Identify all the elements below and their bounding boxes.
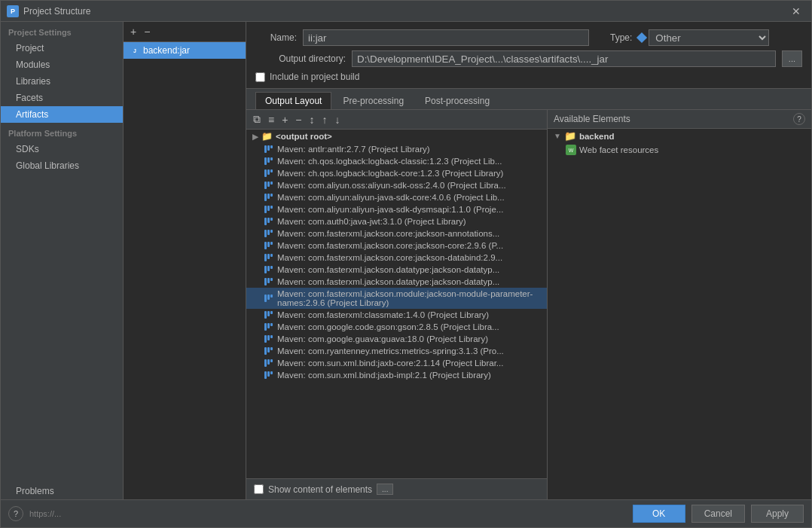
bar-chart-icon [264, 311, 273, 319]
sidebar-item-facets[interactable]: Facets [1, 90, 123, 106]
available-title: Available Elements [554, 114, 789, 124]
tree-toolbar: ⧉ ≡ + − ↕ ↑ ↓ [246, 110, 547, 130]
project-settings-label: Project Settings [1, 22, 123, 40]
up-tree-button[interactable]: ↑ [320, 113, 330, 127]
bar-chart-icon [264, 278, 273, 285]
sidebar-item-global-libraries[interactable]: Global Libraries [1, 157, 123, 174]
name-row: Name: Type: Other JAR WAR [255, 29, 802, 46]
tree-item[interactable]: Maven: com.ryantenney.metrics:metrics-sp… [246, 345, 547, 357]
bar-chart-icon [264, 169, 273, 177]
browse-button[interactable]: ... [782, 50, 802, 67]
type-select[interactable]: Other JAR WAR [649, 29, 769, 46]
include-label[interactable]: Include in project build [270, 72, 359, 82]
artifact-list-item[interactable]: J backend:jar [124, 42, 246, 59]
add-tree-button[interactable]: + [279, 113, 290, 127]
tree-item[interactable]: Maven: com.fasterxml.jackson.core:jackso… [246, 227, 547, 240]
name-input[interactable] [303, 29, 589, 46]
bar-chart-icon [264, 359, 273, 367]
main-content-area: Project Settings Project Modules Librari… [1, 22, 811, 499]
avail-item-web-facet[interactable]: W Web facet resources [548, 143, 811, 157]
tree-item[interactable]: Maven: com.aliyun.oss:aliyun-sdk-oss:2.4… [246, 179, 547, 191]
bar-chart-icon [264, 157, 273, 165]
include-checkbox-row: Include in project build [255, 72, 802, 82]
down-tree-button[interactable]: ↓ [333, 113, 343, 127]
chevron-right-icon: ▶ [252, 133, 258, 141]
ok-button[interactable]: OK [633, 505, 685, 523]
jar-icon: J [130, 45, 140, 56]
tree-item-output-root[interactable]: ▶ 📁 <output root> [246, 130, 547, 143]
bar-chart-icon [264, 182, 273, 189]
bar-chart-icon [264, 335, 273, 343]
sidebar-item-problems[interactable]: Problems [1, 483, 123, 499]
folder-icon: 📁 [564, 130, 576, 142]
output-dir-label: Output directory: [255, 53, 346, 64]
tree-item[interactable]: Maven: com.sun.xml.bind:jaxb-impl:2.1 (P… [246, 369, 547, 381]
bar-chart-icon [264, 323, 273, 331]
tree-panel: ⧉ ≡ + − ↕ ↑ ↓ ▶ 📁 <output root> [246, 110, 548, 499]
tree-item[interactable]: Maven: com.aliyun:aliyun-java-sdk-core:4… [246, 191, 547, 203]
tree-item[interactable]: Maven: ch.qos.logback:logback-core:1.2.3… [246, 167, 547, 179]
tree-item[interactable]: Maven: com.auth0:java-jwt:3.1.0 (Project… [246, 215, 547, 227]
tree-item[interactable]: Maven: com.aliyun:aliyun-java-sdk-dysmsa… [246, 203, 547, 215]
show-content-checkbox[interactable] [254, 484, 264, 494]
close-button[interactable]: ✕ [787, 4, 805, 19]
sidebar-item-libraries[interactable]: Libraries [1, 73, 123, 90]
include-checkbox[interactable] [255, 72, 265, 82]
available-help-button[interactable]: ? [793, 113, 805, 125]
window-title: Project Structure [23, 6, 787, 17]
output-root-icon: 📁 [261, 131, 273, 142]
remove-artifact-button[interactable]: − [142, 25, 152, 38]
tab-post-processing[interactable]: Post-processing [415, 92, 499, 109]
tree-item[interactable]: Maven: com.fasterxml:classmate:1.4.0 (Pr… [246, 309, 547, 321]
cancel-button[interactable]: Cancel [691, 505, 745, 523]
tree-content: ▶ 📁 <output root> Maven: antlr:antlr:2.7… [246, 130, 547, 478]
avail-item-backend[interactable]: ▼ 📁 backend [548, 129, 811, 143]
sidebar-item-sdks[interactable]: SDKs [1, 141, 123, 157]
tree-item[interactable]: Maven: com.fasterxml.jackson.datatype:ja… [246, 264, 547, 276]
copy-tree-button[interactable]: ⧉ [251, 112, 263, 127]
sidebar: Project Settings Project Modules Librari… [1, 22, 124, 499]
show-content-label[interactable]: Show content of elements [268, 484, 372, 495]
footer: ? https://... OK Cancel Apply [1, 499, 811, 527]
tree-item[interactable]: Maven: com.sun.xml.bind:jaxb-core:2.1.14… [246, 357, 547, 369]
tree-item[interactable]: Maven: ch.qos.logback:logback-classic:1.… [246, 155, 547, 167]
artifact-list: J backend:jar [124, 42, 246, 499]
project-structure-dialog: P Project Structure ✕ Project Settings P… [0, 0, 812, 528]
output-layout-area: ⧉ ≡ + − ↕ ↑ ↓ ▶ 📁 <output root> [246, 110, 811, 499]
help-button[interactable]: ? [8, 506, 23, 521]
show-content-row: Show content of elements [254, 484, 372, 495]
add-artifact-button[interactable]: + [128, 25, 139, 38]
content-options-button[interactable]: ... [377, 484, 393, 495]
sidebar-item-artifacts[interactable]: Artifacts [1, 106, 123, 123]
platform-settings-label: Platform Settings [1, 123, 123, 141]
artifact-config-panel: Name: Type: Other JAR WAR Output directo… [246, 22, 811, 499]
available-tree: ▼ 📁 backend W Web facet resources [548, 129, 811, 499]
tree-item[interactable]: Maven: com.google.guava:guava:18.0 (Proj… [246, 333, 547, 345]
output-dir-input[interactable] [352, 50, 776, 67]
tree-item[interactable]: Maven: antlr:antlr:2.7.7 (Project Librar… [246, 143, 547, 155]
bar-chart-icon [264, 194, 273, 201]
tabs-bar: Output Layout Pre-processing Post-proces… [246, 89, 811, 110]
tree-item[interactable]: Maven: com.google.code.gson:gson:2.8.5 (… [246, 321, 547, 333]
list-tree-button[interactable]: ≡ [266, 113, 276, 127]
tree-item-highlighted[interactable]: Maven: com.fasterxml.jackson.module:jack… [246, 288, 547, 309]
bar-chart-icon [264, 295, 273, 302]
form-area: Name: Type: Other JAR WAR Output directo… [246, 22, 811, 89]
bottom-bar: Show content of elements ... [246, 478, 547, 499]
bar-chart-icon [264, 230, 273, 237]
output-dir-row: Output directory: ... [255, 50, 802, 67]
sidebar-item-modules[interactable]: Modules [1, 56, 123, 73]
tree-item[interactable]: Maven: com.fasterxml.jackson.datatype:ja… [246, 276, 547, 288]
bar-chart-icon [264, 145, 273, 153]
sort-tree-button[interactable]: ↕ [307, 113, 317, 127]
sidebar-item-project[interactable]: Project [1, 40, 123, 56]
bar-chart-icon [264, 371, 273, 379]
bar-chart-icon [264, 266, 273, 273]
web-icon: W [566, 145, 576, 155]
tab-output-layout[interactable]: Output Layout [255, 92, 331, 109]
tree-item[interactable]: Maven: com.fasterxml.jackson.core:jackso… [246, 240, 547, 252]
tab-pre-processing[interactable]: Pre-processing [333, 92, 414, 109]
apply-button[interactable]: Apply [751, 505, 804, 523]
remove-tree-button[interactable]: − [293, 113, 304, 127]
tree-item[interactable]: Maven: com.fasterxml.jackson.core:jackso… [246, 252, 547, 264]
